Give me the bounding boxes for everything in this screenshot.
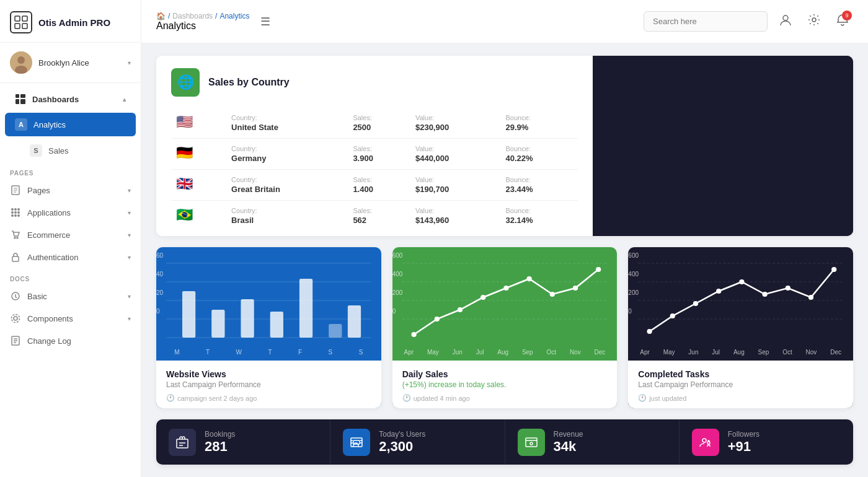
sidebar-item-authentication[interactable]: Authentication ▾ xyxy=(0,246,141,268)
ecommerce-label: Ecommerce xyxy=(27,230,122,240)
sidebar-item-ecommerce[interactable]: Ecommerce ▾ xyxy=(0,224,141,246)
svg-point-28 xyxy=(14,317,17,320)
dashboards-icon xyxy=(15,94,26,105)
svg-point-23 xyxy=(17,214,20,217)
chevron-down-icon: ▾ xyxy=(128,59,131,66)
search-input[interactable] xyxy=(644,11,768,32)
revenue-icon xyxy=(518,429,545,456)
completed-tasks-card: 600 400 200 0 AprMayJunJulAugSepOctNovDe… xyxy=(628,247,853,408)
settings-icon-button[interactable] xyxy=(804,9,825,33)
followers-text: Followers +91 xyxy=(728,430,760,455)
svg-rect-3 xyxy=(22,24,27,28)
stat-revenue: Revenue 34k xyxy=(505,419,680,465)
website-views-title: Website Views xyxy=(166,369,371,379)
sidebar-item-sales[interactable]: S Sales xyxy=(0,139,141,162)
docs-section-label: DOCS xyxy=(0,268,141,285)
stats-row: Bookings 281 Today's Users 2,300 xyxy=(156,419,853,465)
svg-point-64 xyxy=(573,286,578,291)
daily-sales-chart: 600 400 200 0 xyxy=(392,247,618,346)
svg-point-20 xyxy=(17,211,20,214)
chevron-down-icon: ▾ xyxy=(128,187,131,194)
sidebar-item-components[interactable]: Components ▾ xyxy=(0,307,141,330)
components-label: Components xyxy=(27,314,122,323)
sidebar-item-analytics[interactable]: A Analytics xyxy=(5,113,136,136)
sidebar-item-pages[interactable]: Pages ▾ xyxy=(0,179,141,201)
sidebar-nav: Dashboards ▴ A Analytics S Sales PAGES P… xyxy=(0,83,141,477)
completed-tasks-x-labels: AprMayJunJulAugSepOctNovDec xyxy=(628,346,853,361)
breadcrumb-sep2: / xyxy=(215,12,217,20)
breadcrumb: 🏠 / Dashboards / Analytics Analytics xyxy=(156,12,249,32)
svg-rect-2 xyxy=(15,24,20,28)
basic-label: Basic xyxy=(27,292,122,301)
svg-point-57 xyxy=(411,332,416,337)
svg-point-24 xyxy=(14,237,16,239)
completed-tasks-title: Completed Tasks xyxy=(638,369,843,379)
table-row: 🇧🇷 Country: Brasil Sales: 562 Value: $14… xyxy=(171,201,578,232)
pages-icon xyxy=(10,185,21,196)
components-icon xyxy=(10,313,21,324)
website-views-card: 60 40 20 0 MTWTFSS Website Views Last Ca… xyxy=(156,247,381,408)
daily-sales-subtitle: (+15%) increase in today sales. xyxy=(402,380,608,389)
authentication-label: Authentication xyxy=(27,253,122,262)
table-row: 🇬🇧 Country: Great Britain Sales: 1.400 V… xyxy=(171,170,578,201)
breadcrumb-sep1: / xyxy=(168,12,170,20)
user-icon-button[interactable] xyxy=(775,9,796,33)
stat-followers: Followers +91 xyxy=(680,419,853,465)
sidebar-item-applications[interactable]: Applications ▾ xyxy=(0,201,141,224)
country-value: Value: $143,960 xyxy=(410,201,501,232)
main-content: 🏠 / Dashboards / Analytics Analytics ☰ 9 xyxy=(141,0,868,477)
clock-icon: 🕐 xyxy=(166,394,175,402)
stat-bookings: Bookings 281 xyxy=(156,419,330,465)
analytics-nav-icon: A xyxy=(15,118,27,131)
chevron-down-icon-basic: ▾ xyxy=(128,293,131,300)
svg-point-62 xyxy=(526,276,531,281)
chevron-up-icon: ▴ xyxy=(123,96,126,103)
sidebar-item-dashboards[interactable]: Dashboards ▴ xyxy=(5,88,136,110)
svg-rect-1 xyxy=(22,16,27,21)
header: 🏠 / Dashboards / Analytics Analytics ☰ 9 xyxy=(141,0,868,43)
followers-label: Followers xyxy=(728,430,760,439)
website-views-footer: Website Views Last Campaign Performance … xyxy=(156,361,381,408)
svg-rect-10 xyxy=(20,99,25,104)
breadcrumb-dashboards[interactable]: Dashboards xyxy=(172,12,213,20)
chevron-down-icon-auth: ▾ xyxy=(128,254,131,261)
svg-rect-7 xyxy=(16,94,19,98)
sidebar-item-changelog[interactable]: Change Log xyxy=(0,330,141,352)
table-row: 🇺🇸 Country: United State Sales: 2500 Val… xyxy=(171,108,578,139)
daily-sales-update: 🕐 updated 4 min ago xyxy=(402,394,608,402)
page-title: Analytics xyxy=(156,20,249,32)
svg-point-73 xyxy=(716,289,721,294)
completed-tasks-footer: Completed Tasks Last Campaign Performanc… xyxy=(628,361,853,408)
svg-point-16 xyxy=(14,208,17,211)
applications-icon xyxy=(10,207,21,218)
svg-point-78 xyxy=(831,267,836,272)
changelog-icon xyxy=(10,335,21,346)
bookings-icon xyxy=(169,429,196,456)
sidebar-item-basic[interactable]: Basic ▾ xyxy=(0,285,141,307)
country-value: Value: $190,700 xyxy=(410,170,501,201)
home-icon: 🏠 xyxy=(156,12,166,20)
followers-icon xyxy=(692,429,719,456)
country-flag: 🇩🇪 xyxy=(171,139,226,170)
hamburger-button[interactable]: ☰ xyxy=(257,11,274,32)
svg-point-15 xyxy=(11,208,14,211)
country-name: Country: Brasil xyxy=(226,201,348,232)
svg-point-63 xyxy=(549,292,554,297)
svg-point-29 xyxy=(12,315,20,323)
svg-point-61 xyxy=(503,286,508,291)
svg-point-72 xyxy=(693,301,698,306)
stat-today-users: Today's Users 2,300 xyxy=(330,419,505,465)
daily-sales-x-labels: AprMayJunJulAugSepOctNovDec xyxy=(392,346,618,361)
sales-table: 🇺🇸 Country: United State Sales: 2500 Val… xyxy=(171,108,578,231)
clock-icon-sales: 🕐 xyxy=(402,394,411,402)
logo-icon xyxy=(10,11,32,33)
svg-point-5 xyxy=(17,56,25,64)
notification-button[interactable]: 9 xyxy=(832,9,853,33)
users-icon xyxy=(343,429,370,456)
changelog-label: Change Log xyxy=(27,336,131,346)
applications-label: Applications xyxy=(27,208,122,217)
completed-tasks-subtitle: Last Campaign Performance xyxy=(638,380,843,389)
user-profile[interactable]: Brooklyn Alice ▾ xyxy=(0,43,141,83)
revenue-text: Revenue 34k xyxy=(554,430,583,455)
app-name: Otis Admin PRO xyxy=(38,17,110,28)
